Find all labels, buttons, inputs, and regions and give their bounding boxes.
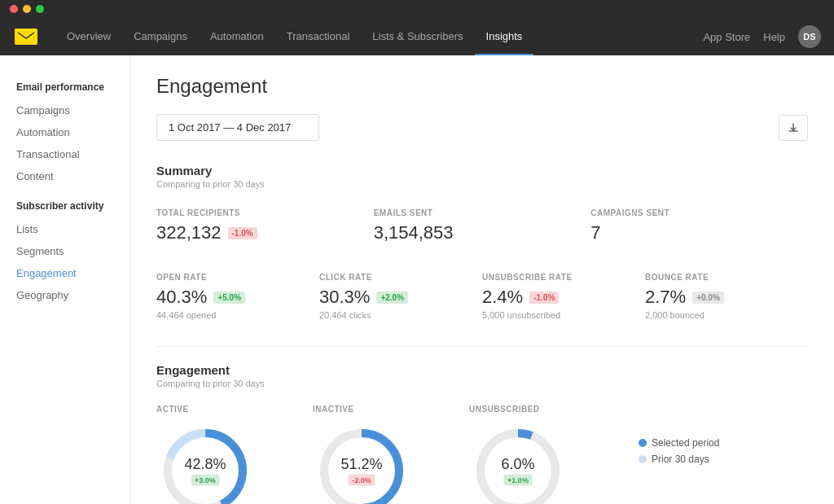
stat-value-row-open-rate: 40.3% +5.0% <box>156 287 306 308</box>
donut-label-unsubscribed: UNSUBSCRIBED <box>469 405 540 414</box>
sidebar-item-segments[interactable]: Segments <box>0 240 129 262</box>
summary-title: Summary <box>156 164 808 177</box>
stat-value-campaigns-sent: 7 <box>590 222 600 243</box>
nav-overview[interactable]: Overview <box>55 18 122 55</box>
donut-center-inactive: 51.2% -2.0% <box>340 456 382 486</box>
donut-active: ACTIVE 42.8% +3.0% <box>156 405 287 504</box>
donut-chart-unsubscribed: 6.0% +1.0% <box>469 422 567 504</box>
stat-badge-total-recipients: -1.0% <box>228 227 257 239</box>
stat-sub-open-rate: 44,464 opened <box>156 310 306 320</box>
minimize-dot <box>23 5 31 13</box>
stat-value-row-emails-sent: 3,154,853 <box>374 222 578 243</box>
stat-value-unsub-rate: 2.4% <box>482 287 523 308</box>
section-divider <box>156 346 808 347</box>
legend-item-prior: Prior 30 days <box>639 454 719 465</box>
stats-row-1: TOTAL RECIPIENTS 322,132 -1.0% EMAILS SE… <box>156 205 808 253</box>
chart-legend: Selected period Prior 30 days <box>639 437 719 465</box>
donut-center-active: 42.8% +3.0% <box>184 456 226 486</box>
sidebar-section-email-performance: Email performance Campaigns Automation T… <box>0 81 129 187</box>
legend-label-prior: Prior 30 days <box>652 454 709 465</box>
layout: Email performance Campaigns Automation T… <box>0 55 834 504</box>
stat-value-click-rate: 30.3% <box>319 287 370 308</box>
stat-value-row-click-rate: 30.3% +2.0% <box>319 287 469 308</box>
donut-badge-unsubscribed: +1.0% <box>503 475 533 486</box>
stat-badge-open-rate: +5.0% <box>213 291 245 304</box>
nav-automation[interactable]: Automation <box>199 18 275 55</box>
sidebar-section-subscriber: Subscriber activity Lists Segments Engag… <box>0 200 129 306</box>
stat-badge-bounce-rate: +0.0% <box>692 291 724 304</box>
legend-item-selected: Selected period <box>639 437 719 449</box>
sidebar-section-title-email: Email performance <box>0 81 129 99</box>
donut-badge-active: +3.0% <box>191 475 220 486</box>
main-content: Engagement 1 Oct 2017 — 4 Dec 2017 Summa… <box>130 55 834 504</box>
engagement-section: Engagement Comparing to prior 30 days AC… <box>156 363 808 504</box>
sidebar-item-content[interactable]: Content <box>0 165 129 187</box>
donut-pct-unsubscribed: 6.0% <box>501 456 534 473</box>
sidebar-section-title-subscriber: Subscriber activity <box>0 200 129 218</box>
nav-campaigns[interactable]: Campaigns <box>122 18 199 55</box>
stat-label-open-rate: OPEN RATE <box>156 273 306 282</box>
sidebar-item-engagement[interactable]: Engagement <box>0 262 129 284</box>
nav-bar: Overview Campaigns Automation Transactio… <box>0 18 834 55</box>
title-bar <box>0 0 834 18</box>
donut-label-inactive: INACTIVE <box>313 405 354 414</box>
stat-label-total-recipients: TOTAL RECIPIENTS <box>156 208 361 217</box>
nav-transactional[interactable]: Transactional <box>275 18 362 55</box>
stat-label-emails-sent: EMAILS SENT <box>374 208 578 217</box>
engagement-subtitle: Comparing to prior 30 days <box>156 379 808 388</box>
nav-lists-subscribers[interactable]: Lists & Subscribers <box>361 18 474 55</box>
donut-row: ACTIVE 42.8% +3.0% <box>156 405 808 504</box>
sidebar: Email performance Campaigns Automation T… <box>0 55 130 504</box>
nav-app-store[interactable]: App Store <box>703 31 750 43</box>
stat-sub-unsub-rate: 5,000 unsubscribed <box>482 310 632 320</box>
donut-badge-inactive: -2.0% <box>348 475 375 486</box>
page-title: Engagement <box>156 75 808 98</box>
summary-section: Summary Comparing to prior 30 days TOTAL… <box>156 164 808 330</box>
nav-logo[interactable] <box>13 24 39 50</box>
date-range-row: 1 Oct 2017 — 4 Dec 2017 <box>156 114 808 141</box>
nav-help[interactable]: Help <box>763 31 785 43</box>
nav-right: App Store Help DS <box>703 25 821 48</box>
nav-items: Overview Campaigns Automation Transactio… <box>55 18 703 55</box>
stat-campaigns-sent: CAMPAIGNS SENT 7 <box>590 205 808 253</box>
legend-dot-prior <box>639 455 647 463</box>
stat-total-recipients: TOTAL RECIPIENTS 322,132 -1.0% <box>156 205 374 253</box>
stat-badge-unsub-rate: -1.0% <box>529 291 559 304</box>
sidebar-item-campaigns[interactable]: Campaigns <box>0 99 129 121</box>
stat-click-rate: CLICK RATE 30.3% +2.0% 20,464 clicks <box>319 270 482 330</box>
stat-value-row-campaigns-sent: 7 <box>590 222 795 243</box>
stat-unsub-rate: UNSUBSCRIBE RATE 2.4% -1.0% 5,000 unsubs… <box>482 270 645 330</box>
sidebar-item-automation[interactable]: Automation <box>0 121 129 143</box>
stat-sub-bounce-rate: 2,000 bounced <box>645 310 795 320</box>
summary-subtitle: Comparing to prior 30 days <box>156 179 808 189</box>
stats-row-2: OPEN RATE 40.3% +5.0% 44,464 opened CLIC… <box>156 270 808 330</box>
stat-value-emails-sent: 3,154,853 <box>374 222 454 243</box>
date-range-input[interactable]: 1 Oct 2017 — 4 Dec 2017 <box>156 114 319 141</box>
sidebar-item-transactional[interactable]: Transactional <box>0 143 129 165</box>
stat-sub-click-rate: 20,464 clicks <box>319 310 469 320</box>
stat-emails-sent: EMAILS SENT 3,154,853 <box>374 205 591 253</box>
engagement-title: Engagement <box>156 363 808 377</box>
nav-insights[interactable]: Insights <box>475 18 534 55</box>
nav-avatar[interactable]: DS <box>798 25 821 48</box>
donut-unsubscribed: UNSUBSCRIBED 6.0% +1.0% <box>469 405 599 504</box>
donut-chart-inactive: 51.2% -2.0% <box>313 422 410 504</box>
svg-rect-0 <box>15 28 37 45</box>
download-icon <box>788 122 799 134</box>
legend-dot-selected <box>639 439 647 447</box>
sidebar-item-geography[interactable]: Geography <box>0 284 129 306</box>
donut-label-active: ACTIVE <box>156 405 189 414</box>
donut-chart-active: 42.8% +3.0% <box>156 422 254 504</box>
stat-bounce-rate: BOUNCE RATE 2.7% +0.0% 2,000 bounced <box>645 270 808 330</box>
donut-pct-active: 42.8% <box>184 456 226 473</box>
stat-value-total-recipients: 322,132 <box>156 222 222 243</box>
close-dot <box>10 5 18 13</box>
donut-pct-inactive: 51.2% <box>340 456 382 473</box>
maximize-dot <box>36 5 44 13</box>
download-button[interactable] <box>779 115 808 141</box>
stat-value-row-unsub-rate: 2.4% -1.0% <box>482 287 632 308</box>
stat-label-unsub-rate: UNSUBSCRIBE RATE <box>482 273 632 282</box>
sidebar-item-lists[interactable]: Lists <box>0 218 129 240</box>
stat-value-row-total-recipients: 322,132 -1.0% <box>156 222 361 243</box>
stat-badge-click-rate: +2.0% <box>376 291 408 304</box>
